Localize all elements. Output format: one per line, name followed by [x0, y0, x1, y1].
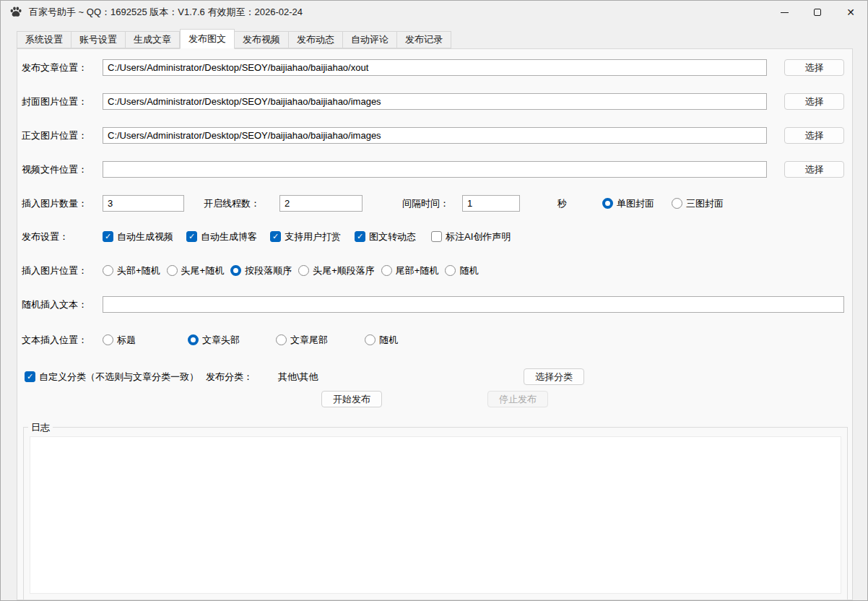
radio-icon: [298, 265, 309, 276]
radio-label: 尾部+随机: [396, 264, 439, 277]
log-output-area[interactable]: [30, 436, 841, 594]
video-file-path-input[interactable]: [103, 161, 767, 178]
article-path-browse-button[interactable]: 选择: [784, 59, 844, 76]
random-insert-text-input[interactable]: [103, 296, 844, 313]
radio-label: 按段落顺序: [245, 264, 292, 277]
minimize-icon: [781, 12, 789, 13]
checkbox-icon: [25, 371, 35, 382]
radio-headtail-random[interactable]: 头尾+随机: [167, 262, 225, 279]
maximize-button[interactable]: [801, 1, 834, 24]
maximize-icon: [814, 9, 821, 16]
tab-bar: 系统设置 账号设置 生成文章 发布图文 发布视频 发布动态 自动评论 发布记录: [17, 30, 451, 48]
radio-icon: [276, 334, 287, 345]
radio-label: 随机: [379, 334, 398, 347]
radio-headtail-paragraph-order[interactable]: 头尾+顺段落序: [298, 262, 375, 279]
radio-icon: [672, 198, 682, 209]
radio-label: 头尾+随机: [181, 264, 225, 277]
radio-title[interactable]: 标题: [103, 332, 136, 348]
radio-paragraph-order[interactable]: 按段落顺序: [230, 262, 292, 279]
checkbox-icon: [355, 231, 365, 242]
log-label: 日志: [28, 421, 53, 434]
tab-publish-record[interactable]: 发布记录: [397, 31, 451, 48]
radio-tail-random[interactable]: 尾部+随机: [381, 262, 439, 279]
insert-image-count-label: 插入图片数量：: [22, 195, 87, 212]
interval-unit-label: 秒: [557, 195, 567, 212]
radio-icon: [381, 265, 392, 276]
video-file-path-label: 视频文件位置：: [22, 161, 87, 178]
body-image-path-label: 正文图片位置：: [22, 127, 87, 144]
checkbox-icon: [270, 231, 281, 242]
tab-auto-comment[interactable]: 自动评论: [343, 31, 397, 48]
tab-system-settings[interactable]: 系统设置: [17, 31, 71, 48]
interval-time-label: 间隔时间：: [402, 195, 449, 212]
checkbox-auto-generate-blog[interactable]: 自动生成博客: [186, 228, 257, 245]
select-category-button[interactable]: 选择分类: [524, 368, 584, 385]
body-image-path-browse-button[interactable]: 选择: [784, 127, 844, 144]
checkbox-label: 标注AI创作声明: [446, 230, 511, 243]
insert-image-count-input[interactable]: [103, 195, 184, 212]
radio-label: 文章尾部: [290, 334, 328, 347]
tab-generate-article[interactable]: 生成文章: [126, 31, 180, 48]
window-controls: ✕: [768, 1, 867, 24]
stop-publish-button[interactable]: 停止发布: [487, 391, 548, 407]
article-path-label: 发布文章位置：: [22, 59, 87, 76]
radio-icon: [445, 265, 456, 276]
radio-head-random[interactable]: 头部+随机: [103, 262, 160, 279]
tab-publish-dynamic[interactable]: 发布动态: [289, 31, 343, 48]
radio-icon: [365, 334, 376, 345]
minimize-button[interactable]: [768, 1, 801, 24]
close-icon: ✕: [846, 7, 855, 17]
tab-publish-video[interactable]: 发布视频: [235, 31, 289, 48]
start-publish-button[interactable]: 开始发布: [321, 391, 382, 407]
publish-article-panel: 发布文章位置： 选择 封面图片位置： 选择 正文图片位置： 选择 视频文件位置：…: [17, 48, 853, 600]
checkbox-icon: [103, 231, 113, 242]
checkbox-label: 自定义分类（不选则与文章分类一致）: [39, 371, 199, 384]
radio-article-tail[interactable]: 文章尾部: [276, 332, 328, 348]
cover-image-path-input[interactable]: [103, 93, 767, 110]
cover-image-path-label: 封面图片位置：: [22, 93, 87, 110]
publish-category-value: 其他\其他: [278, 368, 318, 385]
radio-label: 头部+随机: [117, 264, 160, 277]
close-button[interactable]: ✕: [834, 1, 867, 24]
checkbox-article-to-dynamic[interactable]: 图文转动态: [355, 228, 416, 245]
radio-label: 文章头部: [202, 334, 240, 347]
radio-article-head[interactable]: 文章头部: [188, 332, 240, 348]
radio-label: 标题: [117, 334, 136, 347]
log-groupbox: 日志: [23, 427, 848, 600]
image-position-label: 插入图片位置：: [22, 262, 87, 279]
radio-random[interactable]: 随机: [445, 262, 478, 279]
interval-time-input[interactable]: [462, 195, 520, 212]
cover-image-path-browse-button[interactable]: 选择: [784, 93, 844, 110]
tab-account-settings[interactable]: 账号设置: [71, 31, 126, 48]
radio-three-image-cover[interactable]: 三图封面: [672, 195, 724, 212]
radio-icon: [103, 265, 113, 276]
article-path-input[interactable]: [103, 59, 767, 76]
checkbox-label: 自动生成博客: [201, 230, 257, 243]
radio-single-image-cover[interactable]: 单图封面: [602, 195, 654, 212]
radio-label: 单图封面: [617, 197, 654, 210]
checkbox-label: 图文转动态: [369, 230, 416, 243]
thread-count-input[interactable]: [279, 195, 363, 212]
checkbox-custom-category[interactable]: 自定义分类（不选则与文章分类一致）: [25, 368, 199, 385]
image-position-radio-group: 头部+随机 头尾+随机 按段落顺序 头尾+顺段落序 尾部+随机 随机: [103, 262, 478, 279]
app-window: 百家号助手 ~ QQ：1692525 版本：V1.7.6 有效期至：2026-0…: [0, 0, 868, 601]
publish-category-label: 发布分类：: [206, 368, 253, 385]
radio-icon: [602, 198, 613, 209]
text-position-label: 文本插入位置：: [22, 332, 87, 348]
radio-icon: [103, 334, 113, 345]
checkbox-ai-declaration[interactable]: 标注AI创作声明: [431, 228, 511, 245]
tab-publish-article[interactable]: 发布图文: [180, 29, 235, 49]
checkbox-support-tipping[interactable]: 支持用户打赏: [270, 228, 341, 245]
radio-icon: [188, 334, 199, 345]
radio-text-random[interactable]: 随机: [365, 332, 398, 348]
app-paw-icon: [9, 5, 23, 20]
random-insert-text-label: 随机插入文本：: [22, 296, 87, 313]
thread-count-label: 开启线程数：: [204, 195, 260, 212]
publish-settings-label: 发布设置：: [22, 228, 69, 245]
video-file-path-browse-button[interactable]: 选择: [784, 161, 844, 178]
body-image-path-input[interactable]: [103, 127, 767, 144]
radio-label: 随机: [459, 264, 478, 277]
checkbox-auto-generate-video[interactable]: 自动生成视频: [103, 228, 173, 245]
radio-label: 三图封面: [686, 197, 724, 210]
title-bar: 百家号助手 ~ QQ：1692525 版本：V1.7.6 有效期至：2026-0…: [1, 1, 867, 24]
